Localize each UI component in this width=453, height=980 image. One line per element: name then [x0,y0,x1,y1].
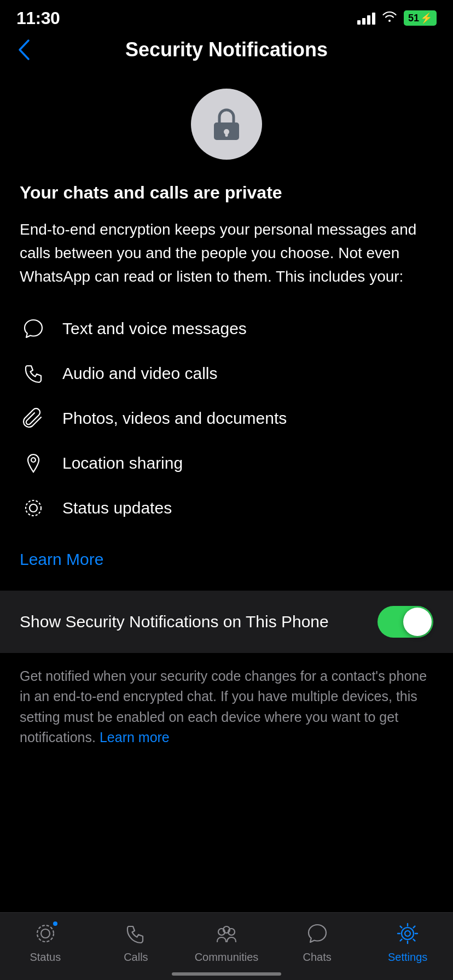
feature-list: Text and voice messages Audio and video … [20,306,433,530]
tab-bar: Status Calls Communities [0,912,453,980]
feature-item-audio-calls: Audio and video calls [20,351,433,396]
svg-point-4 [26,500,41,516]
chats-tab-icon [303,919,332,948]
tab-chats[interactable]: Chats [284,919,350,964]
main-description: End-to-end encryption keeps your persona… [20,218,433,289]
battery-icon: 51 ⚡ [404,10,437,26]
signal-icon [357,11,375,25]
chat-icon [20,315,47,342]
feature-text-photos-docs: Photos, videos and documents [62,409,287,428]
tab-label-calls: Calls [124,951,148,964]
settings-description: Get notified when your security code cha… [0,653,453,759]
battery-level: 51 [408,13,419,24]
svg-point-5 [30,504,37,512]
svg-point-11 [405,931,410,936]
settings-toggle-label: Show Security Notifications on This Phon… [20,612,329,631]
status-update-icon [20,494,47,522]
main-content: Your chats and calls are private End-to-… [0,171,453,591]
status-tab-icon [31,919,60,948]
status-icons: 51 ⚡ [357,10,437,26]
communities-tab-icon [212,919,241,948]
learn-more-link[interactable]: Learn More [20,550,103,569]
status-bar: 11:30 51 ⚡ [0,0,453,33]
main-heading: Your chats and calls are private [20,182,433,205]
feature-item-location: Location sharing [20,441,433,486]
feature-text-status-updates: Status updates [62,499,172,517]
svg-point-7 [41,929,50,938]
settings-learn-more-link[interactable]: Learn more [100,730,170,745]
lock-icon [207,105,246,143]
nav-header: Security Notifications [0,33,453,72]
battery-bolt: ⚡ [420,12,432,24]
feature-item-text-messages: Text and voice messages [20,306,433,351]
feature-text-text-messages: Text and voice messages [62,319,247,338]
status-dot [52,920,59,927]
feature-text-location: Location sharing [62,454,183,472]
tab-settings[interactable]: Settings [375,919,440,964]
feature-text-audio-calls: Audio and video calls [62,364,218,383]
tab-label-settings: Settings [388,951,427,964]
svg-point-3 [31,458,36,462]
lock-circle-container [0,72,453,171]
paperclip-icon [20,405,47,432]
tab-label-status: Status [30,951,61,964]
tab-label-communities: Communities [195,951,259,964]
svg-rect-2 [225,132,228,137]
bottom-space [0,759,453,847]
tab-status[interactable]: Status [13,919,78,964]
settings-toggle-section: Show Security Notifications on This Phon… [0,591,453,653]
svg-point-6 [37,925,54,942]
settings-description-text: Get notified when your security code cha… [20,666,433,748]
page-title: Security Notifications [125,38,328,61]
settings-tab-icon [393,919,422,948]
security-notifications-toggle[interactable] [378,606,433,638]
status-time: 11:30 [16,8,60,28]
tab-calls[interactable]: Calls [103,919,169,964]
tab-communities[interactable]: Communities [194,919,259,964]
location-icon [20,450,47,477]
toggle-knob [403,608,432,636]
tab-label-chats: Chats [303,951,331,964]
back-button[interactable] [16,38,31,61]
calls-tab-icon [121,919,150,948]
feature-item-photos-docs: Photos, videos and documents [20,396,433,441]
wifi-icon [382,10,397,26]
phone-icon [20,360,47,387]
home-indicator [172,972,281,976]
lock-circle [191,89,262,160]
svg-point-12 [402,928,414,940]
feature-item-status-updates: Status updates [20,486,433,530]
